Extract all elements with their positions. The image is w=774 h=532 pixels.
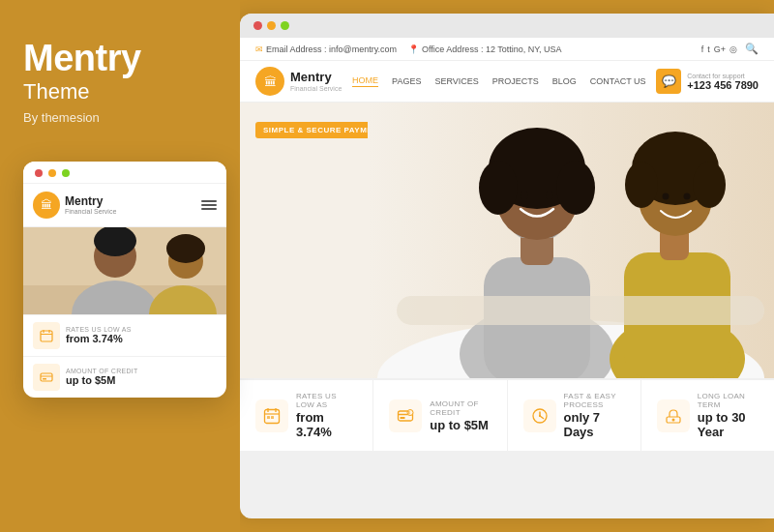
site-hero: SIMPLE & SECURE PAYMENT	[240, 103, 774, 378]
mobile-logo-icon: 🏛	[33, 192, 60, 219]
mobile-logo: 🏛 Mentry Financial Service	[33, 192, 116, 219]
svg-point-34	[663, 193, 670, 200]
stat-label-4: LONG LOAN TERM	[698, 392, 759, 409]
office-item: 📍 Office Address : 12 Tottino, NY, USA	[408, 44, 562, 54]
svg-point-53	[671, 418, 674, 421]
social-icons: f t G+ ◎	[701, 44, 737, 54]
twitter-icon[interactable]: t	[707, 44, 710, 54]
mobile-stat-label-2: AMOUNT OF CREDIT	[66, 368, 138, 374]
mobile-logo-name: Mentry	[65, 195, 116, 208]
contact-label: Contact for support	[687, 73, 759, 79]
mobile-stat-item-2: AMOUNT OF CREDIT up to $5M	[23, 356, 226, 398]
facebook-icon[interactable]: f	[701, 44, 704, 54]
mobile-stat-label-1: RATES US LOW AS	[66, 326, 132, 333]
location-icon: 📍	[408, 44, 419, 54]
contact-phone-icon: 💬	[656, 69, 681, 94]
svg-rect-42	[271, 416, 274, 419]
mobile-stat-item-1: RATES US LOW AS from 3.74%	[23, 314, 226, 356]
dot-red	[35, 169, 43, 177]
browser-dot-green[interactable]	[281, 21, 289, 30]
svg-point-32	[625, 162, 658, 208]
svg-rect-12	[41, 373, 52, 381]
mobile-calendar-icon	[33, 322, 60, 349]
svg-point-35	[684, 193, 691, 200]
mobile-mockup: 🏛 Mentry Financial Service	[23, 162, 226, 398]
gplus-icon[interactable]: G+	[714, 44, 726, 54]
stat-calendar-icon-1	[255, 399, 288, 432]
svg-point-51	[539, 415, 541, 417]
svg-point-7	[166, 234, 205, 263]
stat-text-1: RATES US LOW AS from 3.74%	[296, 392, 357, 439]
mobile-hero-svg	[23, 227, 226, 314]
nav-contact[interactable]: CONTACT US	[590, 76, 646, 86]
svg-rect-45	[401, 417, 405, 419]
nav-projects[interactable]: PROJECTS	[492, 76, 539, 86]
svg-rect-36	[397, 296, 764, 325]
mobile-header: 🏛 Mentry Financial Service	[23, 184, 226, 227]
search-icon[interactable]: 🔍	[745, 43, 759, 55]
browser-dot-red[interactable]	[253, 21, 262, 30]
email-icon: ✉	[255, 44, 263, 54]
email-item: ✉ Email Address : info@mentry.com	[255, 44, 397, 54]
stat-value-2: up to $5M	[430, 418, 491, 432]
mobile-logo-text: Mentry Financial Service	[65, 195, 116, 215]
brand-by: By themesion	[23, 110, 100, 125]
mobile-topbar	[23, 162, 226, 184]
site-topbar-right: f t G+ ◎ 🔍	[701, 43, 759, 55]
site-logo-icon: 🏛	[255, 67, 284, 96]
site-logo: 🏛 Mentry Financial Service	[255, 67, 342, 96]
nav-pages[interactable]: PAGES	[392, 76, 421, 86]
site-logo-text: Mentry Financial Service	[290, 71, 342, 91]
stat-credit-icon: $	[389, 399, 422, 432]
svg-point-33	[693, 162, 726, 208]
dot-green	[62, 169, 70, 177]
stat-value-1: from 3.74%	[296, 410, 357, 439]
stat-item-2: $ AMOUNT OF CREDIT up to $5M	[373, 380, 507, 451]
stat-label-3: FAST & EASY PROCESS	[564, 392, 625, 409]
nav-blog[interactable]: BLOG	[552, 76, 577, 86]
site-topbar-left: ✉ Email Address : info@mentry.com 📍 Offi…	[255, 44, 562, 54]
browser-dot-yellow[interactable]	[267, 21, 276, 30]
stat-label-1: RATES US LOW AS	[296, 392, 357, 409]
mobile-stat-text-1: RATES US LOW AS from 3.74%	[66, 326, 132, 344]
email-text: Email Address : info@mentry.com	[266, 44, 397, 54]
stat-item-1: RATES US LOW AS from 3.74%	[240, 380, 373, 451]
mobile-credit-icon	[33, 364, 60, 391]
site-stats-bar: RATES US LOW AS from 3.74% $	[240, 378, 774, 451]
instagram-icon[interactable]: ◎	[729, 44, 737, 54]
svg-point-23	[479, 161, 518, 215]
brand-subtitle: Theme	[23, 79, 89, 104]
nav-services[interactable]: SERVICES	[434, 76, 478, 86]
mobile-logo-sub: Financial Service	[65, 208, 116, 215]
left-panel: Mentry Theme By themesion 🏛 Mentry Finan…	[0, 0, 240, 532]
nav-home[interactable]: HOME	[352, 75, 378, 87]
mobile-hamburger[interactable]	[201, 200, 217, 210]
office-text: Office Address : 12 Tottino, NY, USA	[422, 44, 562, 54]
stat-clock-icon	[523, 399, 556, 432]
stat-loan-icon	[657, 399, 690, 432]
browser-mockup: ✉ Email Address : info@mentry.com 📍 Offi…	[240, 14, 774, 518]
site-logo-sub: Financial Service	[290, 85, 342, 92]
svg-rect-41	[267, 416, 270, 419]
couple-svg	[368, 103, 774, 378]
dot-yellow	[48, 169, 56, 177]
mobile-stat-value-2: up to $5M	[66, 374, 138, 386]
stat-label-2: AMOUNT OF CREDIT	[430, 399, 491, 417]
stat-text-4: LONG LOAN TERM up to 30 Year	[698, 392, 759, 439]
site-navbar: 🏛 Mentry Financial Service HOME PAGES SE…	[240, 61, 774, 103]
svg-point-25	[521, 192, 528, 199]
mobile-hero-image	[23, 227, 226, 314]
stat-value-3: only 7 Days	[564, 410, 625, 439]
site-contact: 💬 Contact for support +123 456 7890	[656, 69, 759, 94]
site-content: ✉ Email Address : info@mentry.com 📍 Offi…	[240, 38, 774, 451]
site-logo-name: Mentry	[290, 71, 342, 84]
svg-rect-8	[41, 331, 52, 341]
svg-rect-14	[43, 378, 46, 380]
site-topbar: ✉ Email Address : info@mentry.com 📍 Offi…	[240, 38, 774, 61]
site-nav: HOME PAGES SERVICES PROJECTS BLOG CONTAC…	[352, 75, 645, 87]
stat-value-4: up to 30 Year	[698, 410, 759, 439]
stat-item-4: LONG LOAN TERM up to 30 Year	[641, 380, 774, 451]
svg-point-24	[556, 161, 595, 215]
mobile-stat-value-1: from 3.74%	[66, 333, 132, 344]
svg-point-26	[546, 192, 553, 199]
